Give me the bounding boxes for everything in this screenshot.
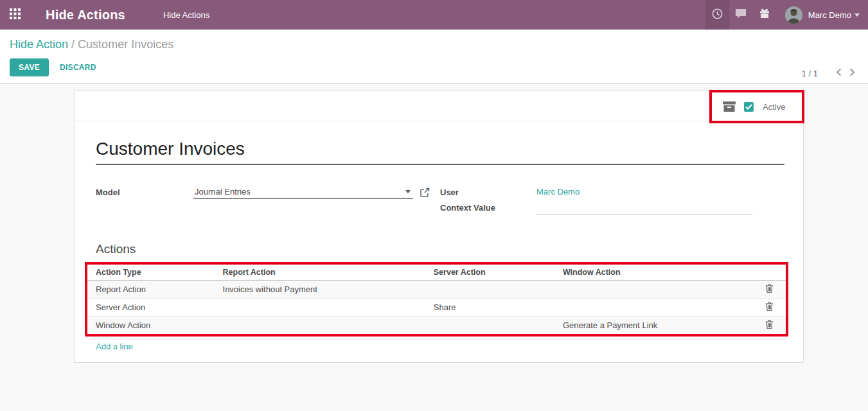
actions-section-title: Actions — [96, 242, 784, 256]
trash-icon — [765, 284, 774, 295]
annotation-box-active: Active — [709, 90, 804, 123]
breadcrumb-parent-link[interactable]: Hide Action — [10, 38, 68, 51]
apps-menu-button[interactable] — [0, 0, 29, 30]
archive-icon[interactable] — [723, 101, 736, 112]
breadcrumb: Hide Action / Customer Invoices — [10, 30, 858, 51]
column-header-server-action[interactable]: Server Action — [431, 265, 560, 281]
cell-action-type[interactable]: Window Action — [87, 317, 220, 335]
model-label: Model — [96, 187, 193, 197]
table-row: Report Action Invoices without Payment — [87, 281, 786, 299]
systray: Marc Demo — [705, 0, 868, 30]
cell-window-action[interactable] — [560, 299, 753, 317]
actions-table-header-row: Action Type Report Action Server Action … — [87, 265, 786, 281]
gift-icon — [759, 8, 770, 21]
cell-server-action[interactable]: Share — [431, 299, 560, 317]
cell-report-action[interactable] — [220, 317, 431, 335]
cell-window-action[interactable]: Generate a Payment Link — [560, 317, 753, 335]
delete-row-button[interactable] — [765, 284, 774, 295]
cell-server-action[interactable] — [431, 281, 560, 299]
model-value: Journal Entries — [195, 187, 405, 197]
cell-window-action[interactable] — [560, 281, 753, 299]
discard-button[interactable]: DISCARD — [60, 63, 96, 72]
active-label: Active — [763, 102, 785, 112]
cell-server-action[interactable] — [431, 317, 560, 335]
nav-menu-hide-actions[interactable]: Hide Actions — [163, 10, 209, 20]
messages-button[interactable] — [729, 0, 753, 30]
annotation-box-table: Action Type Report Action Server Action … — [85, 262, 788, 337]
apps-grid-icon — [10, 8, 21, 22]
user-value-link[interactable]: Marc Demo — [536, 187, 580, 197]
cell-action-type[interactable]: Server Action — [87, 299, 220, 317]
form-card: Active Customer Invoices Model Journal E… — [74, 91, 804, 363]
context-value-input[interactable] — [536, 204, 753, 215]
form-col-right: User Marc Demo Context Value — [440, 187, 784, 218]
form-sheet: Customer Invoices Model Journal Entries — [75, 139, 803, 352]
chevron-left-icon — [836, 67, 842, 79]
column-header-action-type[interactable]: Action Type — [87, 265, 220, 281]
dropdown-caret-icon — [405, 190, 411, 193]
cell-report-action[interactable]: Invoices without Payment — [220, 281, 431, 299]
user-label: User — [440, 187, 536, 197]
trash-icon — [765, 302, 774, 313]
delete-row-button[interactable] — [765, 302, 774, 313]
caret-down-icon — [855, 13, 860, 17]
pager-count: 1 / 1 — [802, 69, 818, 78]
save-button[interactable]: SAVE — [10, 58, 49, 76]
updates-button[interactable] — [753, 0, 777, 30]
user-menu[interactable]: Marc Demo — [808, 10, 851, 20]
column-header-delete — [753, 265, 786, 281]
cell-action-type[interactable]: Report Action — [87, 281, 220, 299]
activities-button[interactable] — [705, 0, 729, 30]
field-model: Model Journal Entries — [96, 187, 440, 202]
record-name-field[interactable]: Customer Invoices — [96, 139, 784, 165]
column-header-window-action[interactable]: Window Action — [560, 265, 753, 281]
column-header-report-action[interactable]: Report Action — [220, 265, 431, 281]
model-select[interactable]: Journal Entries — [193, 187, 413, 199]
active-checkbox[interactable] — [744, 102, 754, 112]
actions-table: Action Type Report Action Server Action … — [87, 265, 786, 334]
form-col-left: Model Journal Entries — [96, 187, 440, 218]
pager: 1 / 1 — [802, 66, 859, 81]
form-statusbar: Active — [75, 91, 803, 121]
control-panel-buttons: SAVE DISCARD — [10, 58, 858, 76]
top-navbar: Hide Actions Hide Actions — [0, 0, 868, 30]
form-fields: Model Journal Entries — [96, 187, 784, 218]
field-user: User Marc Demo — [440, 187, 784, 202]
control-panel: Hide Action / Customer Invoices SAVE DIS… — [0, 30, 868, 83]
clock-icon — [712, 8, 723, 22]
delete-row-button[interactable] — [765, 320, 774, 331]
table-row: Window Action Generate a Payment Link — [87, 317, 786, 335]
user-avatar[interactable] — [785, 6, 802, 24]
chat-icon — [735, 8, 747, 21]
external-link-button[interactable] — [420, 187, 430, 197]
context-value-label: Context Value — [440, 202, 536, 213]
chevron-right-icon — [849, 67, 855, 79]
breadcrumb-separator: / — [71, 38, 75, 51]
pager-next-button[interactable] — [846, 66, 859, 81]
pager-previous-button[interactable] — [832, 66, 846, 81]
field-context-value: Context Value — [440, 202, 784, 218]
table-row: Server Action Share — [87, 299, 786, 317]
app-brand-title[interactable]: Hide Actions — [46, 8, 125, 22]
content-area: Active Customer Invoices Model Journal E… — [0, 83, 868, 363]
breadcrumb-current: Customer Invoices — [78, 38, 173, 51]
trash-icon — [765, 320, 774, 331]
add-a-line-link[interactable]: Add a line — [96, 342, 133, 351]
cell-report-action[interactable] — [220, 299, 431, 317]
